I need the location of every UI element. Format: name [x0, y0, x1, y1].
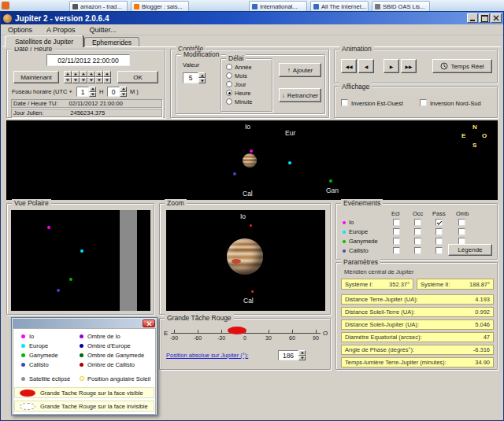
fuseau-m-spinner[interactable] — [120, 87, 127, 97]
europe-color-dot — [343, 231, 346, 234]
spin-up-icon[interactable] — [80, 71, 87, 77]
radio-mois[interactable] — [226, 72, 232, 79]
datetime-spinner[interactable] — [103, 71, 111, 83]
ganymede-pass-checkbox[interactable] — [435, 238, 443, 245]
io-omb-checkbox[interactable] — [458, 219, 465, 226]
callisto-pass-checkbox[interactable] — [435, 247, 443, 254]
ajouter-button[interactable]: ↑Ajouter — [279, 63, 321, 77]
maintenant-button[interactable]: Maintenant — [13, 71, 59, 83]
spin-up-icon[interactable] — [95, 71, 103, 77]
radio-jour-label[interactable]: Jour — [235, 81, 246, 88]
spin-up-icon[interactable] — [72, 71, 80, 77]
ok-button[interactable]: OK — [117, 71, 158, 83]
spin-down-icon[interactable] — [120, 92, 127, 98]
menu-a-propos[interactable]: A Propos — [39, 26, 83, 34]
radio-jour[interactable] — [226, 81, 232, 87]
europe-pass-checkbox[interactable] — [435, 228, 443, 235]
menu-options[interactable]: Options — [1, 26, 39, 34]
spin-up-icon[interactable] — [103, 71, 111, 77]
tu-row: Date / Heure TU: 02/11/2012 21:00:00 — [11, 99, 162, 108]
radio-minute[interactable] — [226, 98, 232, 105]
inversion-est-ouest-checkbox[interactable] — [341, 99, 348, 106]
browser-tab[interactable]: amazon - trad... — [69, 1, 128, 11]
spin-down-icon[interactable] — [95, 77, 103, 83]
fuseau-m-input[interactable]: 0 — [107, 87, 120, 97]
column-header-occ: Occ — [413, 210, 423, 217]
spin-down-icon[interactable] — [103, 77, 111, 83]
fuseau-h-spinner[interactable] — [89, 87, 96, 97]
retrancher-button[interactable]: ↓Retrancher — [279, 88, 321, 102]
inversion-est-ouest-label[interactable]: Inversion Est-Ouest — [351, 100, 403, 107]
titlebar[interactable]: Jupiter 2 - version 2.0.6.4 — [1, 12, 503, 24]
radio-minute-label[interactable]: Minute — [235, 98, 253, 105]
scale-tick — [269, 330, 269, 334]
spin-down-icon[interactable] — [72, 77, 80, 83]
minimize-button[interactable] — [467, 13, 478, 23]
grande-tache-marker[interactable] — [228, 327, 246, 334]
anim-forward-button[interactable]: ▶▶ — [401, 59, 417, 73]
spin-up-icon[interactable] — [198, 72, 206, 78]
popup-titlebar[interactable] — [13, 319, 156, 328]
spin-down-icon[interactable] — [87, 77, 95, 83]
fuseau-h-input[interactable]: 1 — [76, 87, 89, 97]
ganymede-moon-dot — [69, 278, 72, 281]
radio-annee[interactable] — [226, 64, 232, 70]
close-button[interactable] — [491, 13, 502, 23]
io-occ-checkbox[interactable] — [414, 219, 421, 226]
radio-mois-label[interactable]: Mois — [235, 72, 247, 79]
legend-ombre-ganymede: Ombre de Ganymede — [87, 352, 144, 359]
datetime-input[interactable]: 02/11/2012 22:00:00 — [46, 54, 130, 66]
datetime-spinner[interactable] — [72, 71, 80, 83]
europe-omb-checkbox[interactable] — [458, 228, 465, 235]
legende-button[interactable]: Légende — [448, 244, 492, 256]
inversion-nord-sud-label[interactable]: Inversion Nord-Sud — [430, 100, 481, 107]
spin-down-icon[interactable] — [80, 77, 87, 83]
position-absolue-input[interactable]: 186 — [278, 350, 298, 360]
callisto-ecl-checkbox[interactable] — [393, 247, 400, 254]
position-absolue-spinner[interactable] — [298, 350, 306, 360]
anim-step-forward-button[interactable]: ▶ — [384, 59, 399, 73]
valeur-input[interactable]: 5 — [183, 72, 198, 83]
datetime-spinner[interactable] — [95, 71, 103, 83]
tab-satellites[interactable]: Satellites de Jupiter — [5, 35, 83, 47]
spin-up-icon[interactable] — [87, 71, 95, 77]
callisto-occ-checkbox[interactable] — [414, 247, 421, 254]
spin-down-icon[interactable] — [89, 92, 96, 98]
maximize-button[interactable] — [479, 13, 490, 23]
row-value: 0.992 — [475, 308, 490, 316]
position-absolue-link[interactable]: Position absolue sur Jupiter (°): — [166, 352, 248, 359]
anim-rewind-button[interactable]: ◀◀ — [341, 59, 357, 73]
temps-reel-button[interactable]: Temps Réel — [432, 59, 492, 73]
scale-west-label: E — [164, 330, 168, 337]
group-legend: Vue Polaire — [12, 199, 51, 207]
browser-tab[interactable]: International... — [249, 1, 307, 11]
group-legend: Paramètres — [341, 258, 380, 266]
popup-close-button[interactable] — [143, 319, 155, 327]
spin-down-icon[interactable] — [298, 356, 306, 361]
datetime-spinner[interactable] — [80, 71, 87, 83]
inversion-nord-sud-checkbox[interactable] — [420, 99, 427, 106]
browser-tab[interactable]: SBID OAS Lis... — [372, 1, 430, 11]
datetime-spinner[interactable] — [64, 71, 72, 83]
browser-tab[interactable]: All The Internet... — [310, 1, 369, 11]
io-pass-checkbox[interactable] — [435, 219, 443, 226]
radio-heure[interactable] — [226, 90, 232, 96]
anim-step-back-button[interactable]: ◀ — [358, 59, 374, 73]
spin-up-icon[interactable] — [64, 71, 72, 77]
app-launcher-icon[interactable] — [2, 2, 9, 9]
radio-heure-label[interactable]: Heure — [235, 90, 250, 97]
spin-down-icon[interactable] — [64, 77, 72, 83]
temps-lumiere-value: 34.90 — [475, 359, 490, 366]
menu-quitter[interactable]: Quitter... — [83, 26, 124, 34]
valeur-spinner[interactable] — [198, 72, 206, 83]
io-ecl-checkbox[interactable] — [393, 219, 400, 226]
ganymede-ecl-checkbox[interactable] — [393, 238, 400, 245]
europe-ecl-checkbox[interactable] — [393, 228, 400, 235]
europe-occ-checkbox[interactable] — [414, 228, 421, 235]
ganymede-occ-checkbox[interactable] — [414, 238, 421, 245]
spin-down-icon[interactable] — [198, 78, 206, 83]
soleil-ring-icon — [80, 376, 84, 381]
browser-tab[interactable]: Blogger : sais... — [131, 1, 189, 11]
datetime-spinner[interactable] — [87, 71, 95, 83]
radio-annee-label[interactable]: Année — [235, 64, 252, 71]
